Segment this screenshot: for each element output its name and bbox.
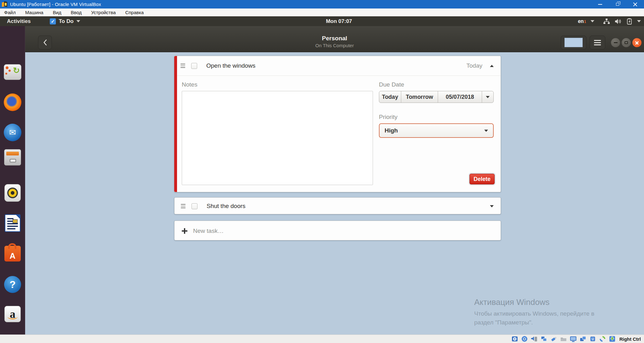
- dock-item-libreoffice-writer[interactable]: [3, 214, 22, 232]
- priority-label: Priority: [379, 114, 397, 121]
- task-checkbox[interactable]: [191, 63, 197, 69]
- keyboard-capture-icon[interactable]: [608, 335, 616, 342]
- notes-textarea[interactable]: [182, 91, 373, 185]
- divider: [177, 76, 500, 76]
- chevron-down-icon: [484, 130, 488, 132]
- hamburger-menu-button[interactable]: [590, 36, 605, 49]
- menu-help[interactable]: Справка: [125, 10, 144, 15]
- priority-value: High: [385, 127, 398, 134]
- virtualbox-window: Ubuntu [Работает] - Oracle VM VirtualBox…: [0, 0, 644, 343]
- list-color-button[interactable]: [561, 36, 586, 49]
- task-row[interactable]: Open the windows Today: [174, 56, 501, 76]
- app-minimize-button[interactable]: [611, 38, 620, 47]
- dock-item-amazon[interactable]: a: [3, 305, 22, 323]
- restore-icon: [616, 3, 619, 6]
- color-swatch: [564, 38, 583, 47]
- hard-disk-icon[interactable]: [511, 335, 519, 342]
- video-capture-icon[interactable]: [579, 335, 587, 342]
- menu-file[interactable]: Файл: [4, 10, 16, 15]
- chevron-up-icon[interactable]: [490, 65, 494, 67]
- due-tomorrow-button[interactable]: Tomorrow: [401, 91, 438, 103]
- windows-activation-watermark: Активация Windows Чтобы активировать Win…: [474, 298, 594, 326]
- watermark-line3: раздел "Параметры".: [474, 319, 594, 326]
- vbox-menubar: Файл Машина Вид Ввод Устройства Справка: [0, 8, 644, 16]
- usb-icon[interactable]: [550, 335, 558, 342]
- delete-button[interactable]: Delete: [469, 174, 495, 184]
- menu-machine[interactable]: Машина: [25, 10, 43, 15]
- maximize-icon: [625, 41, 628, 44]
- activities-button[interactable]: Activities: [7, 16, 31, 26]
- audio-icon[interactable]: [530, 335, 538, 342]
- firefox-icon: [4, 93, 21, 111]
- input-source-indicator[interactable]: en 1: [578, 19, 586, 24]
- app-maximize-button[interactable]: [622, 38, 631, 47]
- app-close-button[interactable]: [632, 38, 641, 47]
- shared-folders-icon[interactable]: [560, 335, 567, 342]
- watermark-title: Активация Windows: [474, 298, 594, 307]
- menu-view[interactable]: Вид: [53, 10, 61, 15]
- chevron-down-icon: [76, 20, 80, 22]
- task-row[interactable]: Shut the doors: [175, 198, 501, 215]
- chevron-down-icon: [486, 96, 490, 98]
- plus-icon: [182, 228, 187, 234]
- software-updater-icon: ↻: [4, 64, 21, 80]
- dock-item-files[interactable]: [3, 148, 22, 166]
- restore-button[interactable]: [609, 0, 626, 8]
- minimize-button[interactable]: [591, 0, 609, 8]
- list-title: Personal: [25, 35, 644, 42]
- dock-item-firefox[interactable]: [3, 93, 22, 111]
- notes-label: Notes: [182, 81, 197, 88]
- network-tree-icon[interactable]: [603, 18, 610, 25]
- optical-disc-icon[interactable]: [521, 335, 528, 342]
- window-title: Ubuntu [Работает] - Oracle VM VirtualBox: [10, 2, 101, 7]
- battery-icon[interactable]: [626, 18, 633, 25]
- task-title: Open the windows: [206, 62, 255, 69]
- chevron-down-icon: [591, 20, 594, 22]
- close-button[interactable]: [626, 0, 644, 8]
- vbox-statusbar: U Right Ctrl: [0, 335, 644, 343]
- dock-item-software-updater[interactable]: ↻: [3, 63, 22, 81]
- app-menu-todo[interactable]: ✓ To Do: [50, 16, 80, 26]
- task-checkbox[interactable]: [192, 203, 197, 209]
- due-badge: Today: [466, 62, 482, 69]
- launcher-dock: ↻ ✉ A ? a: [0, 26, 25, 335]
- due-date-segmented-control: Today Tomorrow 05/07/2018: [379, 91, 494, 103]
- due-today-button[interactable]: Today: [379, 91, 401, 103]
- task-card-expanded: Open the windows Today Notes Due Date To…: [174, 56, 501, 192]
- priority-select[interactable]: High: [379, 123, 494, 138]
- dock-item-rhythmbox[interactable]: [3, 184, 22, 202]
- files-icon: [4, 149, 21, 166]
- minimize-icon: [614, 42, 618, 43]
- dock-item-ubuntu-software[interactable]: A: [3, 245, 22, 263]
- clock[interactable]: Mon 07:07: [322, 16, 356, 26]
- menu-devices[interactable]: Устройства: [91, 10, 116, 15]
- display-icon[interactable]: [569, 335, 577, 342]
- list-subtitle: On This Computer: [25, 42, 644, 49]
- chevron-down-icon[interactable]: [490, 205, 494, 207]
- new-task-card[interactable]: New task…: [174, 221, 501, 240]
- app-menu-label: To Do: [59, 18, 74, 25]
- dock-item-thunderbird[interactable]: ✉: [3, 123, 22, 142]
- host-key-label: Right Ctrl: [619, 336, 641, 342]
- vbox-titlebar: Ubuntu [Работает] - Oracle VM VirtualBox: [0, 0, 644, 8]
- mouse-integration-icon[interactable]: [599, 335, 606, 342]
- priority-color-bar: [174, 56, 177, 192]
- minimize-icon: [598, 4, 602, 5]
- due-date-label: Due Date: [379, 81, 404, 88]
- close-icon: [635, 41, 639, 45]
- dock-item-help[interactable]: ?: [3, 275, 22, 294]
- app-headerbar: Personal On This Computer: [25, 26, 644, 52]
- task-title: Shut the doors: [207, 203, 246, 210]
- amazon-icon: a: [4, 306, 21, 322]
- close-icon: [633, 2, 637, 7]
- menu-input[interactable]: Ввод: [71, 10, 82, 15]
- drag-handle-icon[interactable]: [180, 64, 185, 68]
- due-date-button[interactable]: 05/07/2018: [438, 91, 482, 103]
- due-date-dropdown-button[interactable]: [482, 91, 493, 103]
- processor-icon[interactable]: U: [589, 335, 597, 342]
- ubuntu-software-icon: A: [4, 246, 21, 261]
- network-icon[interactable]: [540, 335, 548, 342]
- volume-icon[interactable]: [614, 18, 622, 25]
- drag-handle-icon[interactable]: [181, 204, 186, 208]
- thunderbird-icon: ✉: [4, 124, 21, 141]
